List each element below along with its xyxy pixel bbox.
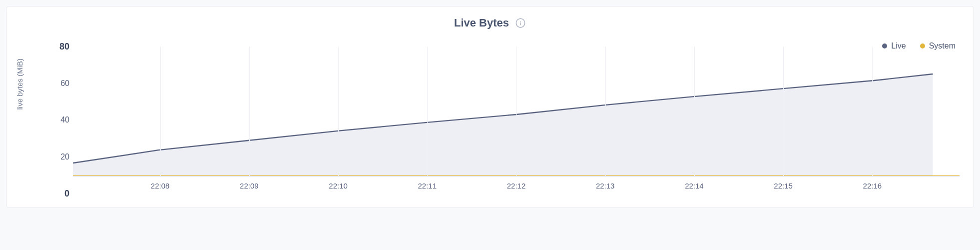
svg-point-1 xyxy=(520,21,521,22)
x-tick-label: 22:14 xyxy=(685,182,704,190)
x-axis-ticks: 22:0822:0922:1022:1122:1222:1322:1422:15… xyxy=(73,180,960,194)
chart-title: Live Bytes xyxy=(454,16,509,30)
x-grid-line xyxy=(249,46,250,176)
y-axis-label: live bytes (MiB) xyxy=(15,58,24,110)
series-area xyxy=(73,74,933,176)
y-tick-label: 0 xyxy=(64,188,69,199)
x-grid-line xyxy=(338,46,339,176)
plot-area: 22:0822:0922:1022:1122:1222:1322:1422:15… xyxy=(73,46,960,194)
x-grid-line xyxy=(427,46,428,176)
x-grid-line xyxy=(783,46,784,176)
plot[interactable] xyxy=(73,46,960,176)
x-grid-line xyxy=(872,46,873,176)
x-tick-label: 22:11 xyxy=(418,182,437,190)
y-tick-label: 20 xyxy=(60,152,69,162)
x-tick-label: 22:08 xyxy=(151,182,170,190)
y-tick-label: 40 xyxy=(60,116,69,124)
x-grid-line xyxy=(160,46,161,176)
x-grid-line xyxy=(694,46,695,176)
y-tick-label: 80 xyxy=(59,42,69,52)
chart-card: Live Bytes Live System live bytes (MiB) … xyxy=(6,6,974,208)
x-tick-label: 22:16 xyxy=(863,182,882,190)
chart-header: Live Bytes xyxy=(20,16,960,30)
x-grid-line xyxy=(605,46,606,176)
x-tick-label: 22:15 xyxy=(774,182,793,190)
y-axis-ticks: 020406080 xyxy=(44,46,69,194)
x-tick-label: 22:12 xyxy=(507,182,526,190)
chart-area: live bytes (MiB) 020406080 22:0822:0922:… xyxy=(20,46,960,194)
x-tick-label: 22:13 xyxy=(596,182,615,190)
x-tick-label: 22:09 xyxy=(240,182,259,190)
y-tick-label: 60 xyxy=(60,79,69,88)
x-grid-line xyxy=(516,46,517,176)
info-icon[interactable] xyxy=(515,18,526,28)
x-tick-label: 22:10 xyxy=(329,182,348,190)
